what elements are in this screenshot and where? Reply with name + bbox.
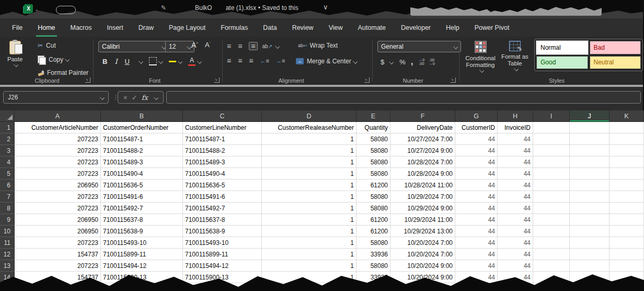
percent-style-button[interactable]: % [399,58,406,66]
wrap-text-button[interactable]: ab↩ Wrap Text [298,42,338,49]
formula-input[interactable] [166,91,641,104]
enter-icon[interactable]: ✓ [132,94,137,102]
ribbon-tab-insert[interactable]: Insert [105,18,124,37]
number-format-combobox[interactable]: General [377,41,461,52]
row-header-9[interactable]: 9 [0,214,15,226]
cell-G2[interactable]: 44 [455,133,498,145]
cell-K6[interactable] [610,180,644,191]
cell-C9[interactable]: 7100115637-8 [183,214,262,226]
column-header-B[interactable]: B [101,110,183,122]
cell-J1[interactable] [570,122,610,133]
font-color-chevron-icon[interactable] [197,59,202,64]
cell-G6[interactable]: 44 [455,180,498,191]
column-header-C[interactable]: C [183,110,262,122]
cell-C12[interactable]: 7100115899-11 [183,249,262,260]
cell-I9[interactable] [533,214,570,226]
row-header-12[interactable]: 12 [0,249,15,260]
cell-G11[interactable]: 44 [455,237,498,249]
cell-J13[interactable] [570,260,610,272]
row-header-2[interactable]: 2 [0,133,15,145]
cell-G7[interactable]: 44 [455,191,498,203]
cell-D9[interactable]: 1 [262,214,356,226]
cell-E8[interactable]: 58080 [356,203,390,214]
cell-H8[interactable]: 44 [498,203,533,214]
formula-bar-chevron-icon[interactable] [154,95,158,100]
cell-E10[interactable]: 61200 [356,226,390,237]
cell-A9[interactable]: 206950 [15,214,101,226]
cell-G9[interactable]: 44 [455,214,498,226]
cell-K10[interactable] [610,226,644,237]
cell-J10[interactable] [570,226,610,237]
cell-I13[interactable] [533,260,570,272]
borders-button[interactable] [149,57,157,65]
cell-A5[interactable]: 207223 [15,168,101,180]
font-name-combobox[interactable]: Calibri [98,41,169,52]
paste-button[interactable]: Paste [7,41,22,66]
increase-font-size-button[interactable]: A^ [191,41,198,49]
cell-K12[interactable] [610,249,644,260]
underline-button[interactable]: U [125,58,130,65]
cell-F12[interactable]: 10/20/2024 7:00 [390,249,455,260]
cell-J6[interactable] [570,180,610,191]
cell-style-normal[interactable]: Normal [536,41,588,54]
cell-I8[interactable] [533,203,570,214]
cell-D3[interactable]: 1 [262,145,356,156]
cell-G4[interactable]: 44 [455,156,498,168]
cell-I4[interactable] [533,156,570,168]
decrease-decimal-button[interactable]: .00→0 [429,58,435,65]
cell-C7[interactable]: 7100115491-6 [183,191,262,203]
conditional-formatting-button[interactable]: Conditional Formatting [463,41,498,72]
cell-E5[interactable]: 58080 [356,168,390,180]
cell-F1[interactable]: DeliveryDate [390,122,455,133]
cell-H5[interactable]: 44 [498,168,533,180]
decrease-font-size-button[interactable]: Aˇ [205,41,211,49]
cell-A3[interactable]: 207223 [15,145,101,156]
cell-B3[interactable]: 7100115488-2 [101,145,183,156]
cell-B11[interactable]: 7100115493-10 [101,237,183,249]
increase-decimal-button[interactable]: ←0.00 [419,58,425,65]
currency-button[interactable]: $ [381,58,384,66]
cell-style-neutral[interactable]: Neutral [590,56,641,70]
cell-F10[interactable]: 10/29/2024 13:00 [390,226,455,237]
select-all-corner[interactable] [0,110,15,122]
cell-J3[interactable] [570,145,610,156]
cell-K11[interactable] [610,237,644,249]
cell-J11[interactable] [570,237,610,249]
fill-color-button[interactable] [169,60,176,62]
cell-D2[interactable]: 1 [262,133,356,145]
ribbon-tab-help[interactable]: Help [444,18,461,37]
cell-D6[interactable]: 1 [262,180,356,191]
title-dropdown-chevron-icon[interactable]: ∨ [323,3,328,11]
cell-G3[interactable]: 44 [455,145,498,156]
cell-F6[interactable]: 10/28/2024 11:00 [390,180,455,191]
column-header-G[interactable]: G [455,110,498,122]
cell-I7[interactable] [533,191,570,203]
column-header-H[interactable]: H [498,110,533,122]
cell-B10[interactable]: 7100115638-9 [101,226,183,237]
cell-G1[interactable]: CustomerID [455,122,498,133]
row-header-6[interactable]: 6 [0,180,15,191]
cell-B5[interactable]: 7100115490-4 [101,168,183,180]
row-header-5[interactable]: 5 [0,168,15,180]
top-align-button[interactable]: ≡ [227,43,231,49]
cell-I12[interactable] [533,249,570,260]
cell-A8[interactable]: 207223 [15,203,101,214]
cell-H3[interactable]: 44 [498,145,533,156]
cell-F9[interactable]: 10/29/2024 11:00 [390,214,455,226]
insert-function-icon[interactable]: fx [142,94,148,102]
cell-F8[interactable]: 10/29/2024 9:00 [390,203,455,214]
cell-I10[interactable] [533,226,570,237]
cell-H13[interactable]: 44 [498,260,533,272]
row-header-4[interactable]: 4 [0,156,15,168]
cell-B6[interactable]: 7100115636-5 [101,180,183,191]
cell-B7[interactable]: 7100115491-6 [101,191,183,203]
cell-F11[interactable]: 10/20/2024 7:00 [390,237,455,249]
align-right-button[interactable]: ≡ [249,58,253,64]
cell-A2[interactable]: 207223 [15,133,101,145]
cell-K3[interactable] [610,145,644,156]
cell-C2[interactable]: 7100115487-1 [183,133,262,145]
cell-H9[interactable]: 44 [498,214,533,226]
format-painter-button[interactable]: Format Painter [38,69,88,76]
cell-K5[interactable] [610,168,644,180]
cell-K13[interactable] [610,260,644,272]
